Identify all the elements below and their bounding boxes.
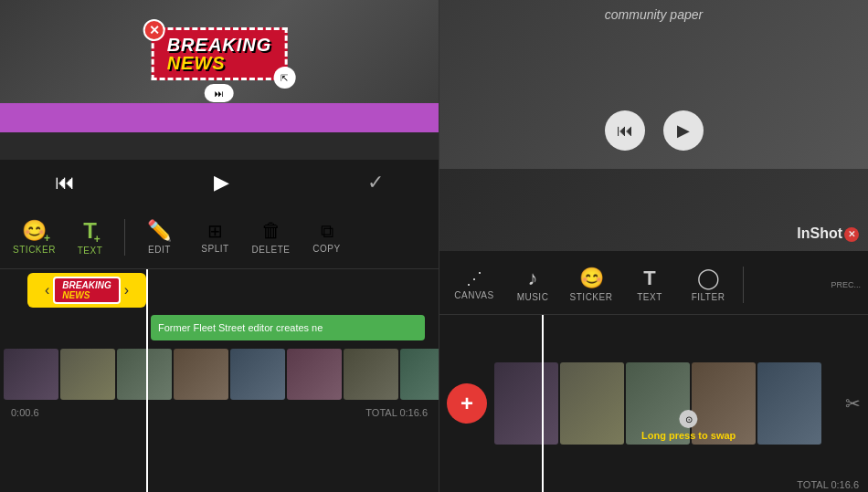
rewind-button[interactable]: ⏮ [55, 171, 75, 194]
sticker-clip-left-arrow: ‹ [45, 282, 49, 298]
badge-bottom-handle[interactable]: ⏭ [205, 84, 234, 102]
breaking-news-badge[interactable]: ✕ ⇱ BREAKING NEWS [152, 27, 288, 80]
inshot-x-button[interactable]: ✕ [844, 227, 859, 242]
sticker-clip-content: BREAKING NEWS [53, 277, 120, 304]
right-timeline-total: TOTAL 0:16.6 [797, 479, 859, 490]
text-clip[interactable]: Former Fleet Street editor creates ne [151, 315, 425, 340]
breaking-text-line1: BREAKING [167, 36, 272, 54]
video-track [0, 344, 439, 403]
close-overlay-button[interactable]: ✕ [143, 19, 165, 41]
timeline-cursor [146, 269, 148, 492]
sticker-tool[interactable]: 😊+ STICKER [9, 215, 59, 258]
copy-tool[interactable]: ⧉ COPY [302, 217, 352, 257]
purple-overlay-bar [0, 103, 439, 132]
video-thumb [230, 349, 285, 400]
split-icon: ⊞ [207, 220, 223, 242]
sticker-tool-label-right: STICKER [570, 292, 613, 302]
sticker-clip-text2: NEWS [62, 290, 111, 300]
text-tool-right[interactable]: T TEXT [622, 263, 677, 306]
copy-icon: ⧉ [321, 221, 333, 242]
text-tool-label-right: TEXT [637, 292, 662, 302]
swap-indicator: ⊙ Long press to swap [641, 410, 736, 441]
inshot-text: InShot [797, 225, 842, 241]
left-panel: ✕ ⇱ BREAKING NEWS ⏭ ⏮ ▶ ✓ 😊+ STICKER T+ [0, 0, 439, 492]
video-thumb [344, 349, 398, 400]
sticker-icon: 😊+ [22, 219, 47, 243]
video-thumb [287, 349, 342, 400]
copy-tool-label: COPY [312, 244, 340, 254]
video-thumb [4, 349, 58, 400]
sticker-clip-text1: BREAKING [62, 280, 111, 290]
text-clip-content: Former Fleet Street editor creates ne [158, 322, 323, 333]
text-icon-right: T [643, 267, 655, 290]
toolbar-divider-1 [124, 219, 125, 256]
split-tool[interactable]: ⊞ SPLIT [190, 216, 240, 257]
timeline-footer: 0:00.6 TOTAL 0:16.6 [0, 403, 439, 422]
right-skip-button[interactable]: ⏮ [605, 110, 645, 151]
music-tool[interactable]: ♪ MUSIC [505, 263, 560, 306]
delete-tool[interactable]: 🗑 DELETE [246, 215, 296, 258]
text-tool-label: TEXT [78, 246, 103, 256]
right-timeline: + ⊙ Long press to swap ✂ TOTAL 0:16.6 [439, 315, 868, 492]
filter-icon: ◯ [697, 267, 720, 290]
video-preview: ✕ ⇱ BREAKING NEWS ⏭ [0, 0, 439, 160]
text-icon: T+ [83, 218, 97, 244]
right-video-strip: ⊙ Long press to swap [494, 362, 868, 445]
sticker-tool-label: STICKER [13, 245, 56, 255]
playback-controls: ⏮ ▶ ✓ [0, 160, 439, 205]
canvas-tool-label: CANVAS [454, 290, 493, 300]
sticker-track: ‹ BREAKING NEWS › [0, 269, 439, 311]
skip-icon: ⏮ [617, 121, 633, 141]
sticker-clip[interactable]: ‹ BREAKING NEWS › [27, 273, 146, 308]
right-panel: community paper ⏮ ▶ InShot✕ ⋰ [439, 0, 868, 492]
right-play-button[interactable]: ▶ [663, 110, 704, 151]
precrop-label: PREC... [831, 280, 861, 289]
sticker-icon-right: 😊 [579, 267, 604, 290]
video-thumb [400, 349, 439, 400]
right-video-bottom: InShot✕ [439, 169, 868, 251]
right-video-controls: ⏮ ▶ [439, 110, 868, 151]
music-icon: ♪ [528, 267, 538, 290]
right-toolbar-divider [743, 267, 744, 303]
video-background: ✕ ⇱ BREAKING NEWS ⏭ [0, 0, 439, 132]
scissors-icon[interactable]: ✂ [838, 385, 868, 422]
text-tool[interactable]: T+ TEXT [65, 215, 115, 259]
play-icon: ▶ [677, 120, 690, 141]
right-video-thumb [494, 362, 558, 445]
right-timeline-footer: TOTAL 0:16.6 [797, 479, 859, 490]
right-video-main: community paper ⏮ ▶ InShot✕ [439, 0, 868, 251]
video-thumb [60, 349, 115, 400]
right-timeline-cursor [542, 315, 544, 492]
filter-tool-label: FILTER [692, 292, 725, 302]
confirm-button[interactable]: ✓ [367, 171, 384, 194]
filter-tool[interactable]: ◯ FILTER [681, 263, 736, 306]
right-video-top: community paper ⏮ ▶ [439, 0, 868, 169]
sticker-tool-right[interactable]: 😊 STICKER [564, 263, 619, 306]
video-thumb [117, 349, 172, 400]
inshot-watermark: InShot✕ [797, 225, 859, 242]
swap-dot: ⊙ [680, 410, 698, 428]
right-top-videos: community paper ⏮ ▶ InShot✕ [439, 0, 868, 251]
add-media-button[interactable]: + [447, 383, 487, 424]
split-tool-label: SPLIT [201, 244, 228, 254]
swap-text: Long press to swap [641, 430, 736, 441]
breaking-news-overlay[interactable]: ✕ ⇱ BREAKING NEWS ⏭ [152, 27, 288, 102]
edit-tool[interactable]: ✏️ EDIT [134, 215, 185, 258]
delete-tool-label: DELETE [252, 245, 291, 255]
right-video-title: community paper [439, 7, 868, 22]
canvas-tool[interactable]: ⋰ CANVAS [447, 265, 502, 304]
sticker-clip-right-arrow: › [124, 282, 129, 298]
play-button[interactable]: ▶ [214, 171, 229, 194]
right-toolbar: ⋰ CANVAS ♪ MUSIC 😊 STICKER T TEXT ◯ FILT… [439, 251, 868, 315]
timeline-total-time: TOTAL 0:16.6 [365, 407, 428, 418]
editor-toolbar: 😊+ STICKER T+ TEXT ✏️ EDIT ⊞ SPLIT 🗑 DEL… [0, 205, 439, 269]
music-tool-label: MUSIC [517, 292, 549, 302]
resize-handle[interactable]: ⇱ [273, 67, 295, 89]
video-thumb [174, 349, 228, 400]
timeline-area: ‹ BREAKING NEWS › Former Fleet Street ed… [0, 269, 439, 492]
edit-tool-label: EDIT [148, 245, 171, 255]
edit-icon: ✏️ [147, 219, 172, 243]
text-track: Former Fleet Street editor creates ne [0, 311, 439, 344]
right-video-thumb [757, 362, 821, 445]
breaking-text-line2: NEWS [167, 54, 272, 72]
